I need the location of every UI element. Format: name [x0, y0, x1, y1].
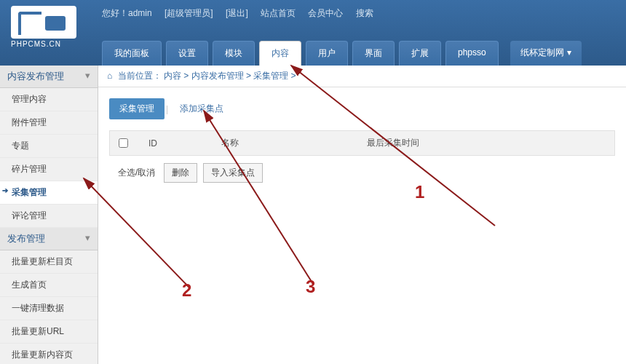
- sidebar-category-content-publish[interactable]: 内容发布管理: [0, 66, 98, 88]
- import-button[interactable]: 导入采集点: [203, 163, 263, 183]
- tab-extend[interactable]: 扩展: [399, 41, 441, 66]
- nav-tabs: 我的面板 设置 模块 内容 用户 界面 扩展 phpsso 纸杯定制网: [102, 41, 582, 66]
- sidebar-item-manage-content[interactable]: 管理内容: [0, 88, 98, 111]
- sidebar-category-publish[interactable]: 发布管理: [0, 228, 98, 250]
- table-header: ID 名称 最后采集时间: [109, 130, 615, 156]
- logo-icon: [11, 6, 76, 39]
- site-home-link[interactable]: 站点首页: [261, 8, 296, 18]
- tab-ui[interactable]: 界面: [352, 41, 395, 66]
- table-actions: 全选/取消 删除 导入采集点: [109, 156, 615, 190]
- home-icon[interactable]: ⌂: [107, 71, 112, 81]
- sidebar-item-special[interactable]: 专题: [0, 135, 98, 158]
- sidebar-item-gen-home[interactable]: 生成首页: [0, 274, 98, 297]
- select-all-checkbox[interactable]: [119, 138, 128, 148]
- tab-phpsso[interactable]: phpsso: [445, 41, 499, 66]
- user-role: [超级管理员]: [165, 8, 213, 18]
- logout-link[interactable]: [退出]: [226, 8, 248, 18]
- sidebar-item-batch-content[interactable]: 批量更新内容页: [0, 344, 98, 364]
- search-link[interactable]: 搜索: [356, 8, 373, 18]
- sidebar-item-clear-data[interactable]: 一键清理数据: [0, 297, 98, 320]
- sidebar-item-comment[interactable]: 评论管理: [0, 205, 98, 228]
- tab-module[interactable]: 模块: [213, 41, 255, 66]
- col-name: 名称: [221, 137, 352, 149]
- tab-settings[interactable]: 设置: [166, 41, 208, 66]
- member-center-link[interactable]: 会员中心: [308, 8, 343, 18]
- sidebar-item-batch-category[interactable]: 批量更新栏目页: [0, 250, 98, 274]
- tab-content[interactable]: 内容: [259, 41, 301, 66]
- logo: PHPCMS.CN: [7, 0, 76, 48]
- select-all-link[interactable]: 全选/取消: [118, 167, 155, 179]
- topbar: 您好！admin [超级管理员] [退出] 站点首页 会员中心 搜索: [102, 7, 384, 20]
- tab-panel[interactable]: 我的面板: [102, 41, 162, 66]
- breadcrumb-label: 当前位置：: [118, 71, 162, 81]
- logo-text: PHPCMS.CN: [11, 40, 76, 48]
- tab-user[interactable]: 用户: [306, 41, 348, 66]
- subtabs: 采集管理 | 添加采集点: [109, 98, 615, 119]
- sidebar: 内容发布管理 管理内容 附件管理 专题 碎片管理 采集管理 评论管理 发布管理 …: [0, 66, 98, 364]
- greeting: 您好！admin: [102, 8, 152, 18]
- main-panel: ⌂ 当前位置： 内容 > 内容发布管理 > 采集管理 > 采集管理 | 添加采集…: [98, 66, 626, 364]
- col-time: 最后采集时间: [367, 137, 419, 149]
- subtab-collect-manage[interactable]: 采集管理: [109, 98, 165, 119]
- col-id: ID: [148, 138, 207, 149]
- subtab-separator: |: [165, 104, 170, 114]
- breadcrumb-path: 内容 > 内容发布管理 > 采集管理 >: [164, 71, 296, 81]
- subtab-add-collect[interactable]: 添加采集点: [170, 98, 234, 119]
- breadcrumb: ⌂ 当前位置： 内容 > 内容发布管理 > 采集管理 >: [98, 66, 626, 87]
- sidebar-item-attachment[interactable]: 附件管理: [0, 111, 98, 135]
- sidebar-item-batch-url[interactable]: 批量更新URL: [0, 320, 98, 344]
- site-dropdown[interactable]: 纸杯定制网: [510, 41, 582, 66]
- sidebar-item-fragment[interactable]: 碎片管理: [0, 158, 98, 181]
- sidebar-item-collect[interactable]: 采集管理: [0, 181, 98, 205]
- delete-button[interactable]: 删除: [164, 163, 197, 183]
